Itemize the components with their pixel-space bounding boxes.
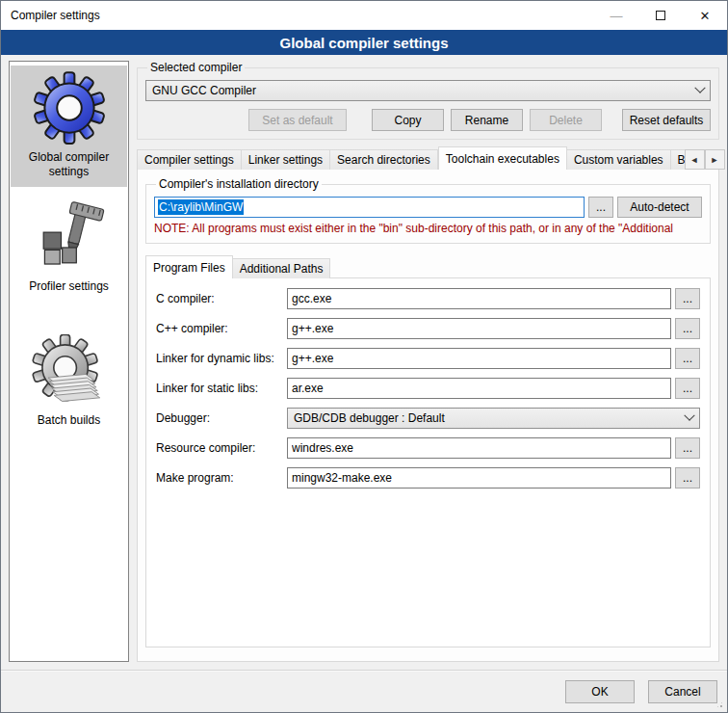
window-controls: — ✕ <box>594 1 727 30</box>
bin-subdirectory-note: NOTE: All programs must exist either in … <box>154 222 702 235</box>
make-program-browse-button[interactable]: ... <box>675 467 700 489</box>
settings-category-list: Global compiler settings <box>9 61 129 662</box>
tab-search-directories[interactable]: Search directories <box>330 149 438 170</box>
rename-button[interactable]: Rename <box>451 109 523 131</box>
dynamic-linker-row: Linker for dynamic libs: ... <box>156 348 700 369</box>
maximize-icon[interactable] <box>638 1 683 30</box>
tab-scroll-left-icon[interactable]: ◄ <box>685 149 705 170</box>
cpp-compiler-input[interactable] <box>287 318 671 339</box>
blue-gear-icon <box>31 69 108 146</box>
static-linker-row: Linker for static libs: ... <box>156 378 700 399</box>
set-as-default-button[interactable]: Set as default <box>248 109 347 131</box>
close-icon[interactable]: ✕ <box>683 1 727 30</box>
titlebar: Compiler settings — ✕ <box>1 1 727 30</box>
resource-compiler-row: Resource compiler: ... <box>156 437 700 459</box>
installation-directory-group-label: Compiler's installation directory <box>156 177 322 191</box>
tab-additional-paths[interactable]: Additional Paths <box>233 258 331 278</box>
program-files-page: C compiler: ... C++ compiler: ... Linker <box>145 277 711 647</box>
auto-detect-button[interactable]: Auto-detect <box>617 197 702 218</box>
dynamic-linker-label: Linker for dynamic libs: <box>156 352 287 365</box>
sidebar-item-label: Batch builds <box>12 413 126 428</box>
toolchain-executables-page: Compiler's installation directory C:\ray… <box>137 169 719 662</box>
browse-directory-button[interactable]: ... <box>588 197 613 218</box>
delete-button[interactable]: Delete <box>530 109 602 131</box>
tab-scroll-buttons: ◄ ► <box>685 149 725 170</box>
selected-compiler-group-label: Selected compiler <box>147 61 245 74</box>
c-compiler-browse-button[interactable]: ... <box>675 288 700 309</box>
tab-compiler-settings[interactable]: Compiler settings <box>137 149 242 170</box>
c-compiler-label: C compiler: <box>156 292 287 305</box>
make-program-label: Make program: <box>156 471 287 485</box>
sidebar-item-global-compiler-settings[interactable]: Global compiler settings <box>11 66 127 187</box>
chevron-down-icon <box>694 83 705 93</box>
dynamic-linker-browse-button[interactable]: ... <box>675 348 700 369</box>
sidebar-item-label: Profiler settings <box>12 279 126 294</box>
sidebar-item-label: Global compiler settings <box>12 150 126 179</box>
compiler-tabstrip: Compiler settings Linker settings Search… <box>137 146 719 170</box>
installation-directory-input[interactable]: C:\raylib\MinGW <box>154 197 585 218</box>
installation-directory-group: Compiler's installation directory C:\ray… <box>145 177 711 244</box>
cpp-compiler-row: C++ compiler: ... <box>156 318 700 339</box>
make-program-input[interactable] <box>287 467 671 489</box>
banner-title: Global compiler settings <box>279 35 448 51</box>
c-compiler-input[interactable] <box>287 288 671 309</box>
sidebar-item-profiler-settings[interactable]: Profiler settings <box>11 195 127 302</box>
selected-compiler-value: GNU GCC Compiler <box>152 84 696 97</box>
ok-button[interactable]: OK <box>565 680 635 703</box>
debugger-value: GDB/CDB debugger : Default <box>294 411 686 425</box>
chevron-down-icon <box>684 410 694 421</box>
caliper-icon <box>32 198 107 276</box>
debugger-label: Debugger: <box>156 411 287 425</box>
dialog-banner: Global compiler settings <box>1 30 727 55</box>
selected-compiler-group: Selected compiler GNU GCC Compiler Set a… <box>137 61 719 140</box>
make-program-row: Make program: ... <box>156 467 700 489</box>
cpp-compiler-label: C++ compiler: <box>156 322 287 335</box>
resource-compiler-browse-button[interactable]: ... <box>675 437 700 459</box>
cancel-button[interactable]: Cancel <box>648 680 717 703</box>
installation-directory-value: C:\raylib\MinGW <box>158 199 244 215</box>
debugger-combobox[interactable]: GDB/CDB debugger : Default <box>287 408 700 429</box>
static-linker-input[interactable] <box>287 378 671 399</box>
tab-custom-variables[interactable]: Custom variables <box>567 149 671 170</box>
copy-button[interactable]: Copy <box>372 109 444 131</box>
minimize-icon[interactable]: — <box>594 1 638 30</box>
cpp-compiler-browse-button[interactable]: ... <box>675 318 700 339</box>
tab-build-options-clipped[interactable]: Builc <box>671 149 685 170</box>
dynamic-linker-input[interactable] <box>287 348 671 369</box>
toolchain-subtabs: Program Files Additional Paths <box>145 255 711 278</box>
tab-linker-settings[interactable]: Linker settings <box>242 149 330 170</box>
resource-compiler-label: Resource compiler: <box>156 441 287 455</box>
tab-scroll-right-icon[interactable]: ► <box>705 149 725 170</box>
c-compiler-row: C compiler: ... <box>156 288 700 309</box>
tab-toolchain-executables[interactable]: Toolchain executables <box>438 146 567 170</box>
tab-program-files[interactable]: Program Files <box>145 255 233 278</box>
resource-compiler-input[interactable] <box>287 437 671 459</box>
selected-compiler-combobox[interactable]: GNU GCC Compiler <box>145 80 711 101</box>
reset-defaults-button[interactable]: Reset defaults <box>622 109 711 131</box>
window-title: Compiler settings <box>1 9 594 22</box>
gear-stack-icon <box>32 334 107 409</box>
debugger-row: Debugger: GDB/CDB debugger : Default <box>156 408 700 429</box>
static-linker-label: Linker for static libs: <box>156 382 287 395</box>
compiler-settings-dialog: Compiler settings — ✕ Global compiler se… <box>0 0 728 713</box>
sidebar-item-batch-builds[interactable]: Batch builds <box>11 330 127 436</box>
static-linker-browse-button[interactable]: ... <box>675 378 700 399</box>
dialog-footer: OK Cancel <box>1 672 727 712</box>
